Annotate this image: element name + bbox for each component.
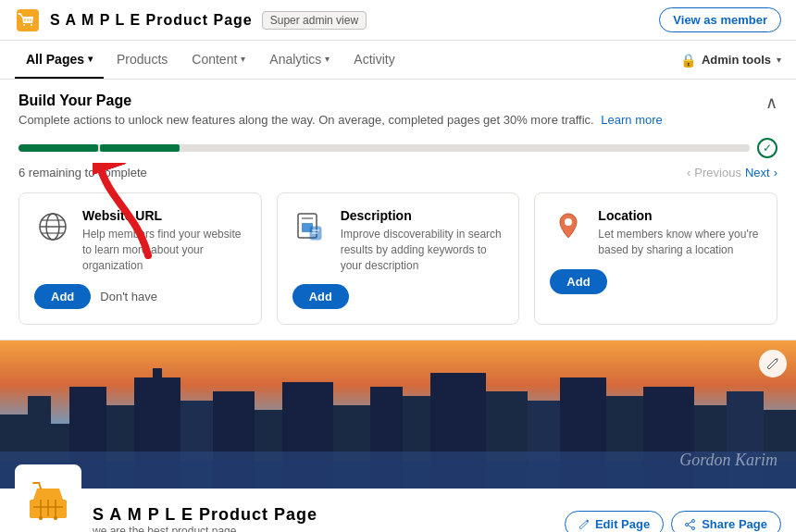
progress-segment-5 [344,144,424,152]
remaining-nav: 6 remaining to complete ‹ Previous Next … [19,166,777,179]
card-desc: Help members find your website to learn … [82,227,246,273]
nav-item-products[interactable]: Products [106,41,179,79]
progress-segment-4 [263,144,342,152]
profile-info: S A M P L E Product Page we are the best… [81,498,317,532]
progress-segment-1 [19,144,98,152]
svg-point-54 [692,526,695,529]
card-text: Website URL Help members find your websi… [82,208,246,273]
page-title: S A M P L E Product Page [50,12,253,29]
build-section: Build Your Page Complete actions to unlo… [0,80,796,340]
pencil-icon [766,357,779,370]
chevron-down-icon: ▾ [241,54,245,64]
cards-row: Website URL Help members find your websi… [19,192,777,325]
svg-point-52 [54,516,57,520]
progress-segment-8 [589,144,668,152]
svg-rect-26 [153,368,162,377]
card-text: Location Let members know where you're b… [598,208,762,258]
chevron-down-icon: ▾ [325,54,330,64]
store-icon [15,7,41,33]
pagination-nav: ‹ Previous Next › [687,166,777,179]
cover-area: Gordon Karim [0,340,796,489]
svg-point-51 [39,516,43,520]
card-title: Website URL [82,208,246,223]
profile-name: S A M P L E Product Page [93,505,317,525]
card-actions: Add [292,284,504,309]
card-title: Location [598,208,762,223]
photographer-watermark: Gordon Karim [679,451,777,470]
view-as-member-button[interactable]: View as member [659,7,781,32]
card-actions: Add Don't have [34,284,246,309]
super-admin-badge: Super admin view [262,11,367,30]
previous-label[interactable]: Previous [694,166,741,179]
svg-rect-1 [23,24,25,26]
progress-segment-2 [100,144,180,152]
profile-actions: Edit Page Share Page [565,511,781,532]
svg-point-55 [686,523,689,526]
nav-right: 🔒 Admin tools ▾ [680,53,781,68]
logo-icon [22,472,74,524]
share-page-button[interactable]: Share Page [671,511,781,532]
progress-bar [19,144,750,152]
lock-icon: 🔒 [680,53,696,68]
card-header: Website URL Help members find your websi… [34,208,246,273]
learn-more-link[interactable]: Learn more [601,113,662,127]
progress-segment-6 [426,144,505,152]
dont-have-link[interactable]: Don't have [100,290,157,303]
progress-segment-3 [181,144,261,152]
remaining-text: 6 remaining to complete [19,166,147,179]
globe-icon [34,208,71,245]
profile-area: S A M P L E Product Page we are the best… [0,489,796,532]
admin-tools-label[interactable]: Admin tools [702,53,771,67]
card-title: Description [341,208,504,223]
pencil-icon [578,519,590,530]
company-logo [15,464,81,531]
website-url-card: Website URL Help members find your websi… [19,192,262,325]
svg-point-53 [692,519,695,522]
description-icon [292,208,330,245]
chevron-left-icon: ‹ [687,166,690,179]
next-label[interactable]: Next [745,166,770,179]
svg-line-56 [688,522,691,525]
svg-rect-44 [0,461,796,489]
profile-identity: S A M P L E Product Page we are the best… [15,498,317,532]
card-actions: Add [550,269,762,294]
add-website-button[interactable]: Add [34,284,91,309]
location-card: Location Let members know where you're b… [534,192,777,325]
build-text: Build Your Page Complete actions to unlo… [19,93,663,127]
nav-item-content[interactable]: Content ▾ [180,41,256,79]
nav-item-activity[interactable]: Activity [342,41,405,79]
add-location-button[interactable]: Add [550,269,606,294]
location-icon [550,208,587,245]
card-desc: Improve discoverability in search result… [341,227,504,273]
progress-segment-9 [670,144,750,152]
profile-bottom: S A M P L E Product Page we are the best… [15,498,781,532]
cover-image [0,340,796,489]
progress-container: ✓ [19,138,777,158]
build-header: Build Your Page Complete actions to unlo… [19,93,777,127]
add-description-button[interactable]: Add [292,284,349,309]
edit-page-button[interactable]: Edit Page [565,511,664,532]
chevron-down-icon: ▾ [88,54,93,64]
nav-bar: All Pages ▾ Products Content ▾ Analytics… [0,41,796,80]
card-desc: Let members know where you're based by s… [598,227,762,258]
svg-point-17 [565,218,572,226]
progress-segment-7 [507,144,587,152]
svg-line-57 [688,526,691,528]
card-text: Description Improve discoverability in s… [341,208,504,273]
card-header: Location Let members know where you're b… [550,208,762,258]
share-icon [685,519,696,530]
nav-item-analytics[interactable]: Analytics ▾ [258,41,341,79]
top-bar: S A M P L E Product Page Super admin vie… [0,0,796,41]
nav-item-all-pages[interactable]: All Pages ▾ [15,41,104,79]
nav-left: All Pages ▾ Products Content ▾ Analytics… [15,41,406,79]
progress-check-icon: ✓ [757,138,777,158]
description-card: Description Improve discoverability in s… [277,192,520,325]
svg-rect-2 [31,24,32,26]
profile-tagline: we are the best product page [93,525,317,532]
build-subtitle: Complete actions to unlock new features … [19,113,663,127]
build-title: Build Your Page [19,93,663,109]
top-bar-left: S A M P L E Product Page Super admin vie… [15,7,367,33]
collapse-icon[interactable]: ∧ [765,93,777,113]
card-header: Description Improve discoverability in s… [292,208,504,273]
chevron-down-icon: ▾ [777,55,781,65]
